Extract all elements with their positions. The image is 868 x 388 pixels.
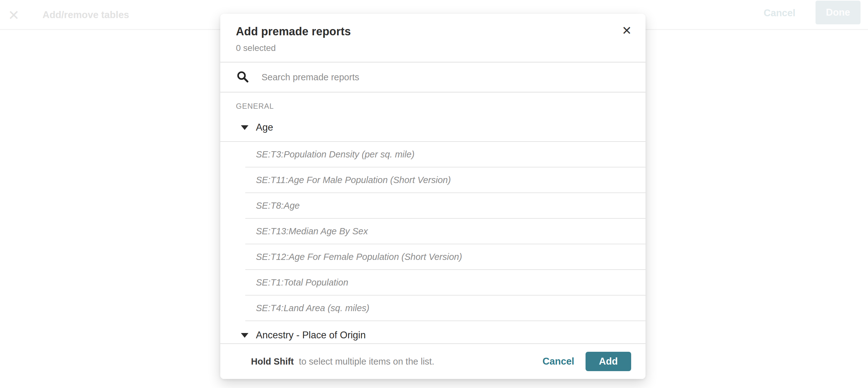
chevron-down-icon <box>241 125 248 130</box>
list-item[interactable]: SE:T4:Land Area (sq. miles) <box>245 295 646 321</box>
report-name: SE:T4:Land Area (sq. miles) <box>256 303 369 313</box>
close-icon[interactable]: ✕ <box>619 23 635 39</box>
report-name: SE:T13:Median Age By Sex <box>256 226 368 236</box>
group-row-age[interactable]: Age <box>220 114 646 142</box>
multi-select-hint: Hold Shift to select multiple items on t… <box>236 346 434 377</box>
close-icon[interactable]: ✕ <box>4 0 23 30</box>
add-button[interactable]: Add <box>586 352 631 371</box>
hint-bold: Hold Shift <box>251 356 294 366</box>
selected-count: 0 selected <box>236 43 632 53</box>
done-button[interactable]: Done <box>815 1 861 24</box>
list-item[interactable]: SE:T12:Age For Female Population (Short … <box>245 244 646 270</box>
dialog-title: Add premade reports <box>236 25 632 38</box>
report-name: SE:T11:Age For Male Population (Short Ve… <box>256 175 451 185</box>
search-bar <box>220 63 646 93</box>
report-name: SE:T8:Age <box>256 200 300 211</box>
group-row-ancestry[interactable]: Ancestry - Place of Origin <box>220 321 646 343</box>
dialog-header: Add premade reports 0 selected ✕ <box>220 14 646 63</box>
cancel-button[interactable]: Cancel <box>764 0 796 26</box>
list-item[interactable]: SE:T11:Age For Male Population (Short Ve… <box>245 167 646 193</box>
cancel-button[interactable]: Cancel <box>542 356 574 367</box>
search-input[interactable] <box>261 72 630 83</box>
report-list[interactable]: GENERAL Age SE:T3:Population Density (pe… <box>220 93 646 343</box>
dialog-footer: Hold Shift to select multiple items on t… <box>220 343 646 379</box>
report-name: SE:T12:Age For Female Population (Short … <box>256 252 462 262</box>
report-name: SE:T3:Population Density (per sq. mile) <box>256 149 415 160</box>
add-premade-reports-dialog: Add premade reports 0 selected ✕ GENERAL… <box>220 14 646 379</box>
report-name: SE:T1:Total Population <box>256 278 348 288</box>
list-item[interactable]: SE:T8:Age <box>245 193 646 219</box>
hint-rest: to select multiple items on the list. <box>294 356 434 366</box>
list-item[interactable]: SE:T3:Population Density (per sq. mile) <box>245 142 646 167</box>
section-label-general: GENERAL <box>220 93 646 114</box>
page-title: Add/remove tables <box>42 0 129 30</box>
group-label: Ancestry - Place of Origin <box>256 330 366 341</box>
list-item[interactable]: SE:T1:Total Population <box>245 270 646 295</box>
group-label: Age <box>256 122 273 133</box>
search-icon <box>236 70 250 84</box>
list-item[interactable]: SE:T13:Median Age By Sex <box>245 219 646 244</box>
chevron-down-icon <box>241 333 248 338</box>
